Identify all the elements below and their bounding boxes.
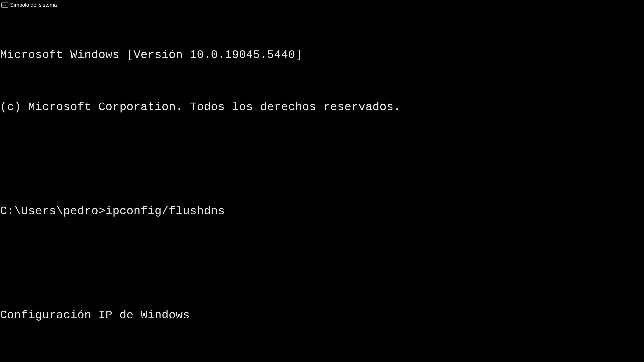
copyright-line: (c) Microsoft Corporation. Todos los der… bbox=[0, 98, 644, 116]
blank-line bbox=[0, 255, 644, 272]
output-header-line: Configuración IP de Windows bbox=[0, 307, 644, 324]
version-line: Microsoft Windows [Versión 10.0.19045.54… bbox=[0, 46, 644, 64]
blank-line bbox=[0, 150, 644, 168]
command-line: C:\Users\pedro>ipconfig/flushdns bbox=[0, 203, 644, 220]
command-text: ipconfig/flushdns bbox=[106, 205, 225, 218]
prompt-text: C:\Users\pedro> bbox=[0, 205, 106, 218]
window-titlebar[interactable]: C:\ Símbolo del sistema bbox=[0, 0, 644, 10]
blank-line bbox=[0, 359, 644, 362]
svg-text:C:\: C:\ bbox=[2, 4, 6, 6]
window-title: Símbolo del sistema bbox=[10, 2, 57, 8]
terminal-output-area[interactable]: Microsoft Windows [Versión 10.0.19045.54… bbox=[0, 10, 644, 362]
cmd-icon: C:\ bbox=[1, 2, 8, 7]
